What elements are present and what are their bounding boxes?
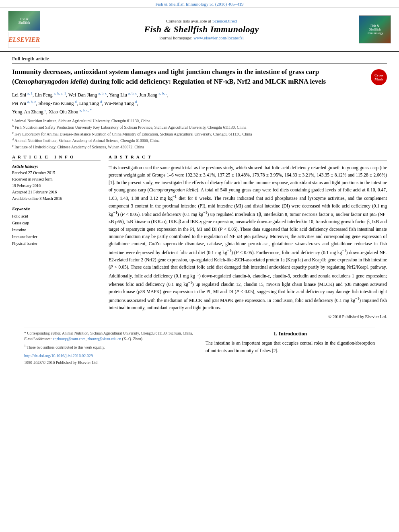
sciencedirect-link[interactable]: ScienceDirect bbox=[212, 18, 237, 23]
journal-homepage-link[interactable]: www.elsevier.com/locate/fsi bbox=[193, 35, 244, 40]
abstract-section-label: A B S T R A C T bbox=[109, 154, 387, 161]
article-type-label: Full length article bbox=[12, 56, 387, 64]
issn-line: 1050-4648/© 2016 Published by Elsevier L… bbox=[24, 359, 193, 366]
article-history-block: Article history: Received 27 October 201… bbox=[12, 164, 101, 202]
elsevier-logo-area: Fish &Shellfish ELSEVIER bbox=[8, 11, 44, 48]
doi-link[interactable]: http://dx.doi.org/10.1016/j.fsi.2016.02.… bbox=[24, 353, 93, 358]
copyright-line: © 2016 Published by Elsevier Ltd. bbox=[109, 314, 387, 319]
keywords-heading: Keywords: bbox=[12, 207, 101, 211]
two-column-layout: A R T I C L E I N F O Article history: R… bbox=[12, 154, 387, 319]
email-link-2[interactable]: zhouxq@sicau.edu.cn bbox=[87, 337, 121, 341]
footer-right-intro: 1. Introduction The intestine is an impo… bbox=[206, 331, 375, 366]
article-info-column: A R T I C L E I N F O Article history: R… bbox=[12, 154, 101, 319]
keywords-block: Keywords: Folic acid Grass carp Intestin… bbox=[12, 207, 101, 247]
article-dates: Received 27 October 2015 Received in rev… bbox=[12, 170, 101, 202]
email-link-1[interactable]: xqzhouqq@xom.com bbox=[53, 337, 86, 341]
elsevier-wordmark: ELSEVIER bbox=[8, 32, 40, 48]
article-title: Immunity decreases, antioxidant system d… bbox=[12, 67, 371, 86]
email-addresses-note: E-mail addresses: xqzhouqq@xom.com, zhou… bbox=[24, 336, 193, 342]
article-history-heading: Article history: bbox=[12, 164, 101, 168]
journal-header-center: Contents lists available at ScienceDirec… bbox=[44, 18, 359, 40]
journal-title: Fish & Shellfish Immunology bbox=[44, 24, 359, 35]
abstract-text: This investigation used the same growth … bbox=[109, 164, 387, 311]
article-title-section: Immunity decreases, antioxidant system d… bbox=[12, 67, 387, 86]
journal-fish-image: Fish &Shellfish bbox=[8, 11, 40, 31]
corresponding-author-note: * Corresponding author. Animal Nutrition… bbox=[24, 331, 193, 336]
abstract-column: A B S T R A C T This investigation used … bbox=[109, 154, 387, 319]
article-content: Full length article Immunity decreases, … bbox=[0, 52, 399, 374]
introduction-heading: 1. Introduction bbox=[206, 331, 375, 337]
journal-ref-text: Fish & Shellfish Immunology 51 (2016) 40… bbox=[156, 2, 244, 6]
keywords-list: Folic acid Grass carp Intestine Immune b… bbox=[12, 213, 101, 247]
authors-line: Lei Shi a, 1, Lin Feng a, b, c, 1, Wei-D… bbox=[12, 90, 387, 116]
journal-cover-image: Fish &ShellfishImmunology bbox=[359, 15, 391, 43]
footer-left: * Corresponding author. Animal Nutrition… bbox=[24, 331, 193, 366]
article-info-section-label: A R T I C L E I N F O bbox=[12, 154, 101, 161]
affiliations-block: a Animal Nutrition Institute, Sichuan Ag… bbox=[12, 117, 387, 150]
journal-homepage-line: journal homepage: www.elsevier.com/locat… bbox=[44, 35, 359, 40]
page-footer: * Corresponding author. Animal Nutrition… bbox=[24, 327, 375, 366]
doi-line: http://dx.doi.org/10.1016/j.fsi.2016.02.… bbox=[24, 353, 193, 359]
journal-header: Fish &Shellfish ELSEVIER Contents lists … bbox=[0, 8, 399, 52]
contents-available-line: Contents lists available at ScienceDirec… bbox=[44, 18, 359, 23]
introduction-text: The intestine is an important organ that… bbox=[206, 339, 375, 354]
equal-contribution-note: 1 These two authors contributed to this … bbox=[24, 344, 193, 350]
crossmark-badge[interactable]: CrossMark bbox=[371, 69, 387, 85]
journal-reference-bar: Fish & Shellfish Immunology 51 (2016) 40… bbox=[0, 0, 399, 8]
